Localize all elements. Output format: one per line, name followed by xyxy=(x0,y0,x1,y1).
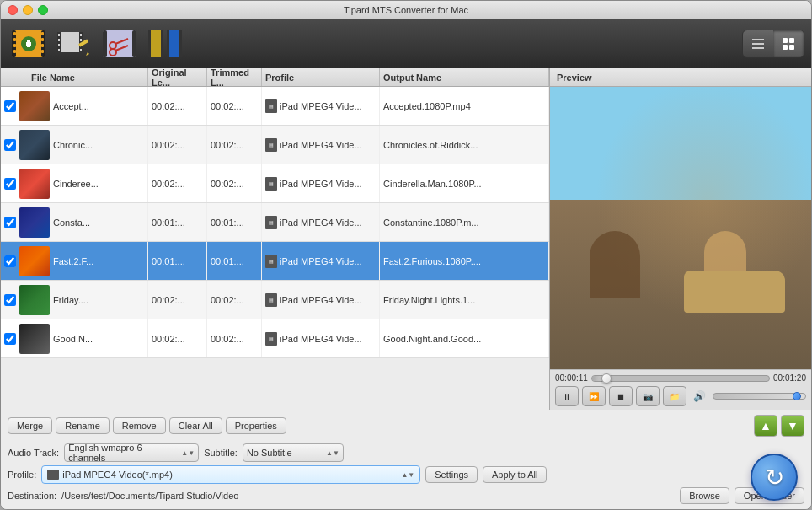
move-down-button[interactable]: ▼ xyxy=(781,415,804,437)
clear-all-button[interactable]: Clear All xyxy=(169,417,222,434)
snapshot-button[interactable]: 📷 xyxy=(636,386,660,406)
convert-button[interactable]: ↻ xyxy=(751,454,798,501)
preview-panel: Preview 00:00:11 00:01:20 xyxy=(550,68,811,410)
remove-button[interactable]: Remove xyxy=(113,417,166,434)
rename-button[interactable]: Rename xyxy=(56,417,110,434)
cell-original-0: 00:02:... xyxy=(148,87,207,125)
pause-button[interactable]: ⏸ xyxy=(555,386,579,406)
profile-text-2: iPad MPEG4 Vide... xyxy=(280,179,362,189)
edit-button[interactable] xyxy=(53,25,95,62)
row-checkbox-6[interactable] xyxy=(4,333,16,345)
settings-button[interactable]: Settings xyxy=(425,466,478,483)
action-right-buttons: ▲ ▼ xyxy=(754,415,804,437)
action-left-buttons: Merge Rename Remove Clear All Properties xyxy=(8,417,286,434)
cell-output-2: Cinderella.Man.1080P... xyxy=(380,164,549,202)
cell-name-3: Consta... xyxy=(1,203,148,241)
row-checkbox-5[interactable] xyxy=(4,294,16,306)
stop-button[interactable]: ⏹ xyxy=(609,386,633,406)
volume-icon: 🔊 xyxy=(693,390,706,402)
table-row[interactable]: Good.N... 00:02:... 00:02:... ▤ iPad MPE… xyxy=(1,319,549,358)
svg-rect-36 xyxy=(148,30,151,57)
merge-button[interactable] xyxy=(144,25,186,62)
cell-original-2: 00:02:... xyxy=(148,164,207,202)
row-checkbox-0[interactable] xyxy=(4,100,16,112)
profile-select[interactable]: iPad MPEG4 Video(*.mp4) ▲▼ xyxy=(41,465,420,484)
clip-button[interactable] xyxy=(99,25,141,62)
row-checkbox-3[interactable] xyxy=(4,217,16,228)
grid-view-button[interactable] xyxy=(773,30,804,57)
cell-output-5: Friday.Night.Lights.1... xyxy=(380,281,549,319)
table-header: File Name Original Le... Trimmed L... Pr… xyxy=(1,68,549,87)
cell-name-4: Fast.2.F... xyxy=(1,242,148,280)
window-title: Tipard MTS Converter for Mac xyxy=(344,5,468,15)
table-row[interactable]: Chronic... 00:02:... 00:02:... ▤ iPad MP… xyxy=(1,126,549,164)
cell-name-2: Cinderee... xyxy=(1,164,148,202)
svg-rect-27 xyxy=(103,30,136,57)
close-button[interactable] xyxy=(8,5,18,15)
row-checkbox-4[interactable] xyxy=(4,255,16,267)
file-name-3: Consta... xyxy=(53,217,90,228)
profile-value: iPad MPEG4 Video(*.mp4) xyxy=(62,470,173,480)
cell-original-6: 00:02:... xyxy=(148,319,207,357)
cell-profile-1: ▤ iPad MPEG4 Vide... xyxy=(262,126,380,164)
browse-button[interactable]: Browse xyxy=(680,487,729,504)
table-body: Accept... 00:02:... 00:02:... ▤ iPad MPE… xyxy=(1,87,549,410)
profile-icon-0: ▤ xyxy=(265,99,277,113)
add-file-button[interactable] xyxy=(8,25,50,62)
subtitle-select[interactable]: No Subtitle ▲▼ xyxy=(243,443,344,462)
volume-track[interactable] xyxy=(713,393,806,400)
svg-rect-42 xyxy=(752,47,764,49)
time-end: 00:01:20 xyxy=(773,373,806,383)
list-view-button[interactable] xyxy=(743,30,773,57)
profile-icon-3: ▤ xyxy=(265,216,277,229)
svg-rect-9 xyxy=(41,44,44,47)
file-name-4: Fast.2.F... xyxy=(53,256,93,266)
profile-row: Profile: iPad MPEG4 Video(*.mp4) ▲▼ Sett… xyxy=(8,465,804,484)
svg-rect-46 xyxy=(789,45,794,50)
action-buttons-row: Merge Rename Remove Clear All Properties… xyxy=(8,415,804,437)
maximize-button[interactable] xyxy=(38,5,48,15)
cell-trimmed-6: 00:02:... xyxy=(207,319,262,357)
cell-name-0: Accept... xyxy=(1,87,148,125)
row-checkbox-1[interactable] xyxy=(4,139,16,151)
minimize-button[interactable] xyxy=(23,5,33,15)
progress-thumb[interactable] xyxy=(601,373,612,384)
forward-button[interactable]: ⏩ xyxy=(582,386,606,406)
cell-output-3: Constantine.1080P.m... xyxy=(380,203,549,241)
view-toggle xyxy=(742,30,804,58)
thumbnail-0 xyxy=(19,91,50,121)
table-row[interactable]: Cinderee... 00:02:... 00:02:... ▤ iPad M… xyxy=(1,164,549,203)
profile-text-6: iPad MPEG4 Vide... xyxy=(280,334,362,344)
move-up-button[interactable]: ▲ xyxy=(754,415,777,437)
table-row[interactable]: Friday.... 00:02:... 00:02:... ▤ iPad MP… xyxy=(1,281,549,319)
profile-icon-2: ▤ xyxy=(265,177,277,191)
svg-rect-20 xyxy=(58,49,60,51)
time-bar-row: 00:00:11 00:01:20 xyxy=(555,373,806,383)
open-folder-preview-button[interactable]: 📁 xyxy=(663,386,686,406)
cell-profile-6: ▤ iPad MPEG4 Vide... xyxy=(262,319,380,357)
header-filename: File Name xyxy=(1,68,148,86)
main-window: Tipard MTS Converter for Mac xyxy=(0,0,812,510)
table-row[interactable]: Consta... 00:01:... 00:01:... ▤ iPad MPE… xyxy=(1,203,549,242)
svg-rect-5 xyxy=(13,44,16,47)
profile-text-3: iPad MPEG4 Vide... xyxy=(280,217,362,228)
cell-profile-0: ▤ iPad MPEG4 Vide... xyxy=(262,87,380,125)
table-row[interactable]: Fast.2.F... 00:01:... 00:01:... ▤ iPad M… xyxy=(1,242,549,281)
progress-track[interactable] xyxy=(591,375,770,382)
svg-rect-41 xyxy=(752,43,764,45)
table-row[interactable]: Accept... 00:02:... 00:02:... ▤ iPad MPE… xyxy=(1,87,549,126)
profile-text-1: iPad MPEG4 Vide... xyxy=(280,140,362,150)
subtitle-arrow: ▲▼ xyxy=(326,449,339,457)
cell-output-4: Fast.2.Furious.1080P.... xyxy=(380,242,549,280)
audio-track-select[interactable]: English wmapro 6 channels ▲▼ xyxy=(64,443,199,462)
file-name-5: Friday.... xyxy=(53,295,88,305)
apply-all-button[interactable]: Apply to All xyxy=(483,466,547,483)
row-checkbox-2[interactable] xyxy=(4,178,16,190)
cell-trimmed-4: 00:01:... xyxy=(207,242,262,280)
svg-rect-3 xyxy=(13,32,16,35)
destination-row: Destination: /Users/test/Documents/Tipar… xyxy=(8,487,804,504)
properties-button[interactable]: Properties xyxy=(226,417,286,434)
svg-rect-8 xyxy=(41,38,44,41)
merge-action-button[interactable]: Merge xyxy=(8,417,52,434)
audio-track-value: English wmapro 6 channels xyxy=(68,443,178,463)
